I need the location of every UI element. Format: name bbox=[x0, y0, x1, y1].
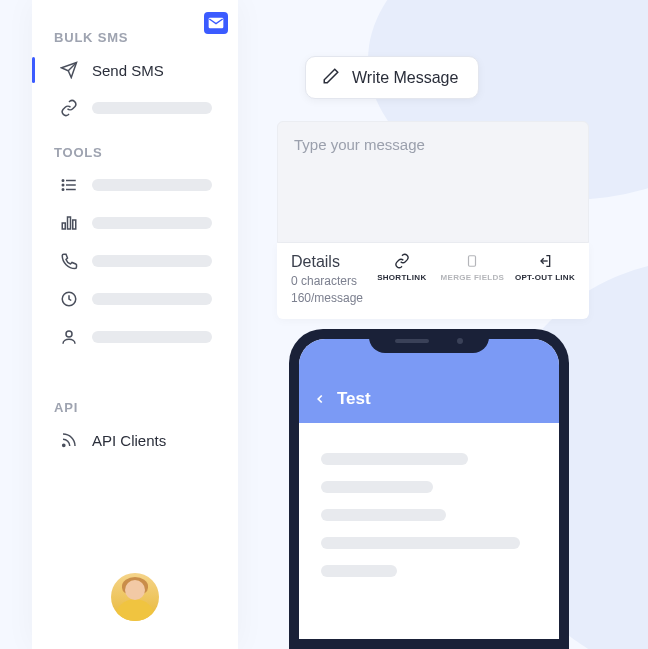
back-icon[interactable] bbox=[313, 389, 327, 409]
sidebar-item-placeholder bbox=[92, 217, 212, 229]
bar-chart-icon bbox=[60, 214, 78, 232]
main-content: Write Message Type your message Details … bbox=[255, 0, 648, 649]
sidebar-item-history[interactable] bbox=[32, 280, 238, 318]
phone-icon bbox=[60, 252, 78, 270]
sidebar-item-calls[interactable] bbox=[32, 242, 238, 280]
phone-notch bbox=[369, 329, 489, 353]
sidebar-item-placeholder bbox=[92, 293, 212, 305]
svg-point-4 bbox=[62, 180, 64, 182]
sidebar-item-analytics[interactable] bbox=[32, 204, 238, 242]
clock-icon bbox=[60, 290, 78, 308]
message-placeholder-line bbox=[321, 481, 433, 493]
svg-point-12 bbox=[63, 444, 65, 446]
sidebar: BULK SMS Send SMS TOOLS bbox=[32, 0, 238, 649]
opt-out-link-button[interactable]: OPT-OUT LINK bbox=[515, 253, 575, 282]
sidebar-item-link[interactable] bbox=[32, 89, 238, 127]
svg-rect-8 bbox=[68, 217, 71, 229]
sidebar-item-label: API Clients bbox=[92, 432, 166, 449]
opt-out-label: OPT-OUT LINK bbox=[515, 273, 575, 282]
sidebar-item-placeholder bbox=[92, 331, 212, 343]
sidebar-item-placeholder bbox=[92, 102, 212, 114]
message-placeholder: Type your message bbox=[294, 136, 572, 153]
svg-point-11 bbox=[66, 331, 72, 337]
phone-preview: Test bbox=[289, 329, 569, 649]
write-message-label: Write Message bbox=[352, 69, 458, 87]
phone-title: Test bbox=[337, 389, 371, 409]
svg-rect-9 bbox=[73, 220, 76, 229]
svg-point-6 bbox=[62, 189, 64, 191]
phone-body bbox=[299, 423, 559, 623]
shortlink-button[interactable]: SHORTLINK bbox=[374, 253, 430, 282]
sidebar-item-list[interactable] bbox=[32, 166, 238, 204]
sidebar-item-placeholder bbox=[92, 255, 212, 267]
link-icon bbox=[60, 99, 78, 117]
merge-fields-label: MERGE FIELDS bbox=[441, 273, 505, 282]
mail-icon[interactable] bbox=[204, 12, 228, 34]
sidebar-item-contacts[interactable] bbox=[32, 318, 238, 356]
list-icon bbox=[60, 176, 78, 194]
details-title: Details bbox=[291, 253, 363, 271]
user-icon bbox=[60, 328, 78, 346]
details-per-message: 160/message bbox=[291, 290, 363, 307]
message-input[interactable]: Type your message bbox=[277, 121, 589, 243]
merge-fields-button: MERGE FIELDS bbox=[441, 253, 505, 282]
svg-point-5 bbox=[62, 184, 64, 186]
sidebar-item-api-clients[interactable]: API Clients bbox=[32, 421, 238, 459]
sidebar-item-label: Send SMS bbox=[92, 62, 164, 79]
link-icon bbox=[394, 253, 410, 269]
shortlink-label: SHORTLINK bbox=[377, 273, 426, 282]
merge-icon bbox=[465, 253, 479, 269]
svg-rect-7 bbox=[62, 223, 65, 229]
pencil-icon bbox=[322, 67, 340, 88]
send-icon bbox=[60, 61, 78, 79]
svg-rect-13 bbox=[469, 256, 476, 267]
message-placeholder-line bbox=[321, 537, 520, 549]
sidebar-item-send-sms[interactable]: Send SMS bbox=[32, 51, 238, 89]
message-placeholder-line bbox=[321, 565, 397, 577]
exit-icon bbox=[537, 253, 553, 269]
section-header-tools: TOOLS bbox=[32, 127, 238, 166]
message-placeholder-line bbox=[321, 509, 446, 521]
rss-icon bbox=[60, 431, 78, 449]
write-message-button[interactable]: Write Message bbox=[305, 56, 479, 99]
details-characters: 0 characters bbox=[291, 273, 363, 290]
avatar[interactable] bbox=[111, 573, 159, 621]
compose-footer: Details 0 characters 160/message SHORTLI… bbox=[277, 243, 589, 319]
section-header-api: API bbox=[32, 382, 238, 421]
details-block: Details 0 characters 160/message bbox=[291, 253, 363, 307]
sidebar-item-placeholder bbox=[92, 179, 212, 191]
message-placeholder-line bbox=[321, 453, 468, 465]
